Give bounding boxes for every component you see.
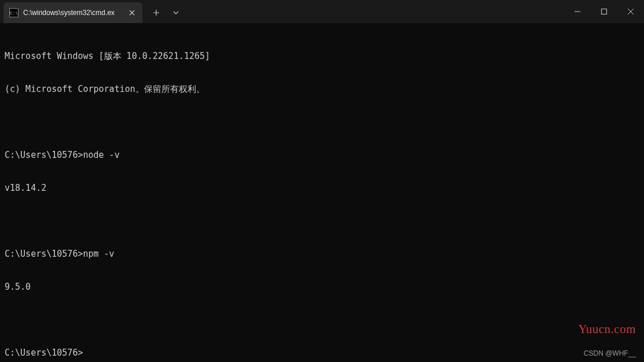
terminal-prompt: C:\Users\10576> [5,348,83,358]
window-controls [564,0,644,23]
close-button[interactable] [617,0,644,23]
terminal-line: C:\Users\10576>node -v [5,150,639,161]
tab-actions [147,0,185,23]
watermark-author: CSDN @WHF__ [584,349,636,357]
new-tab-button[interactable] [147,3,165,22]
maximize-button[interactable] [591,0,617,23]
cmd-icon: C:\ [9,8,19,17]
watermark-site: Yuucn.com [578,322,636,337]
terminal-line: (c) Microsoft Corporation。保留所有权利。 [5,84,639,95]
terminal-line: 9.5.0 [5,282,639,293]
titlebar: C:\ C:\windows\system32\cmd.ex [0,0,644,23]
terminal-line: v18.14.2 [5,183,639,194]
tab-title: C:\windows\system32\cmd.ex [23,9,123,17]
terminal-line [5,117,639,128]
tab-close-button[interactable] [127,8,137,17]
terminal-line: Microsoft Windows [版本 10.0.22621.1265] [5,51,639,62]
minimize-button[interactable] [564,0,591,23]
terminal-line [5,315,639,326]
svg-rect-0 [602,9,607,14]
titlebar-drag-area[interactable] [185,0,564,23]
terminal-line [5,216,639,227]
terminal-output[interactable]: Microsoft Windows [版本 10.0.22621.1265] (… [0,23,644,362]
tab-cmd[interactable]: C:\ C:\windows\system32\cmd.ex [3,2,142,23]
terminal-prompt-line: C:\Users\10576> [5,348,639,359]
tab-dropdown-button[interactable] [167,3,185,22]
terminal-line: C:\Users\10576>npm -v [5,249,639,260]
